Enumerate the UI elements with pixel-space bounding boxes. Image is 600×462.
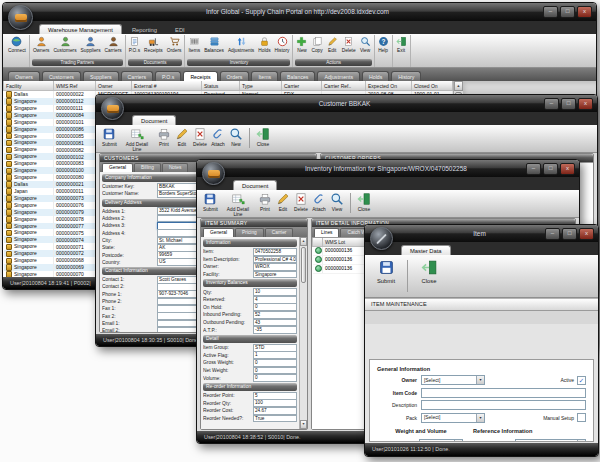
column-header-owner[interactable]: Owner	[96, 81, 132, 91]
tab-document[interactable]: Document	[233, 180, 277, 190]
close-button[interactable]: x	[577, 6, 592, 18]
column-header-type[interactable]: Type	[240, 81, 282, 91]
submit-button[interactable]: Submit	[369, 257, 403, 287]
scroll-track[interactable]	[300, 246, 307, 420]
pack-select[interactable]: [Select] ▾	[421, 413, 485, 423]
tab-document[interactable]: Document	[132, 115, 176, 125]
balances-button[interactable]: Balances	[202, 35, 226, 54]
tab-holds[interactable]: Holds	[362, 71, 389, 81]
receipts-button[interactable]: Receipts	[142, 35, 165, 54]
holds-button[interactable]: Holds	[256, 35, 272, 54]
delete-button[interactable]: Delete	[340, 35, 358, 54]
close-button[interactable]: Close	[412, 257, 446, 287]
tab-master-data[interactable]: Master Data	[401, 245, 451, 255]
owners-button[interactable]: Owners	[31, 35, 52, 54]
field-input-facility[interactable]: Singapore	[253, 271, 297, 279]
close-button[interactable]: Close	[254, 126, 272, 148]
add-detail-line-button[interactable]: Add Detail Line	[119, 126, 155, 153]
field-input-a-t-p[interactable]: -35	[253, 326, 297, 334]
item-summary-tab-general[interactable]: General	[203, 228, 234, 237]
column-header-carrier[interactable]: Carrier	[282, 81, 322, 91]
tab-items[interactable]: Items	[251, 71, 278, 81]
item-summary-scrollbar[interactable]: ▴▾	[299, 237, 307, 429]
item-summary-tab-pricing[interactable]: Pricing	[235, 228, 264, 237]
item-code-field[interactable]	[421, 388, 586, 398]
tab-owners[interactable]: Owners	[8, 71, 40, 81]
history-button[interactable]: History	[273, 35, 292, 54]
customers-tab-general[interactable]: General	[102, 163, 133, 172]
column-header-expected-on[interactable]: Expected On	[366, 81, 412, 91]
edit-button[interactable]: Edit	[274, 191, 292, 213]
column-header-status[interactable]: Status	[202, 81, 240, 91]
item-summary-tab-carrier[interactable]: Carrier	[265, 228, 294, 237]
maximize-button[interactable]: □	[561, 98, 576, 110]
customers-tab-notes[interactable]: Notes	[162, 163, 189, 172]
minimize-button[interactable]: –	[526, 163, 541, 175]
minimize-button[interactable]: –	[543, 6, 558, 18]
maximize-button[interactable]: □	[560, 6, 575, 18]
column-header-facility[interactable]: Facility	[4, 81, 54, 91]
item-detail-tab-lines[interactable]: Lines	[314, 228, 339, 237]
help-button[interactable]: ?Help	[376, 35, 391, 54]
manual-setup-checkbox[interactable]	[577, 413, 586, 422]
add-detail-line-button[interactable]: Add Detail Line	[220, 191, 256, 218]
orders-button[interactable]: Orders	[165, 35, 184, 54]
close-button[interactable]: Close	[355, 191, 373, 213]
carriers-button[interactable]: Carriers	[103, 35, 124, 54]
exit-button[interactable]: Exit	[394, 35, 409, 54]
submit-button[interactable]: Submit	[201, 191, 220, 213]
p-o-s-button[interactable]: P.O.s	[127, 35, 142, 54]
minimize-button[interactable]: –	[545, 228, 560, 240]
minimize-button[interactable]: –	[544, 98, 559, 110]
tab-orders[interactable]: Orders	[220, 71, 250, 81]
field-input-reorder-needed[interactable]: True	[253, 415, 297, 423]
active-checkbox[interactable]: ✓	[577, 376, 586, 385]
view-button[interactable]: View	[328, 191, 346, 213]
scroll-up-arrow[interactable]: ▴	[300, 237, 307, 246]
tab-receipts[interactable]: Receipts	[183, 71, 217, 81]
customers-button[interactable]: Customers	[51, 35, 78, 54]
volume-field[interactable]: ▾	[419, 439, 463, 443]
attach-button[interactable]: Attach	[209, 126, 227, 148]
ribbon-tab-warehouse-management[interactable]: Warehouse Management	[39, 24, 122, 34]
customers-tab-billing[interactable]: Billing	[134, 163, 161, 172]
copy-button[interactable]: Copy	[309, 35, 324, 54]
ribbon-tab-reporting[interactable]: Reporting	[124, 25, 165, 34]
maximize-button[interactable]: □	[543, 163, 558, 175]
delete-button[interactable]: Delete	[191, 126, 209, 148]
column-header-carrier-ref[interactable]: Carrier Ref..	[322, 81, 366, 91]
column-header-wms-ref[interactable]: WMS Ref	[54, 81, 96, 91]
print-button[interactable]: Print	[155, 126, 173, 148]
suppliers-button[interactable]: Suppliers	[79, 35, 103, 54]
column-header-external[interactable]: External #	[132, 81, 202, 91]
close-button[interactable]: x	[560, 163, 575, 175]
view-button[interactable]: View	[358, 35, 373, 54]
attach-button[interactable]: Attach	[310, 191, 328, 213]
tab-customers[interactable]: Customers	[42, 71, 81, 81]
edit-button[interactable]: Edit	[325, 35, 340, 54]
adjustments-button[interactable]: Adjustments	[226, 35, 256, 54]
delete-button[interactable]: Delete	[292, 191, 310, 213]
tab-balances[interactable]: Balances	[280, 71, 315, 81]
new-button[interactable]: New	[227, 126, 245, 148]
tab-p-o-s[interactable]: P.O.s	[155, 71, 181, 81]
tab-carriers[interactable]: Carriers	[121, 71, 153, 81]
scroll-thumb[interactable]	[301, 247, 306, 283]
tab-adjustments[interactable]: Adjustments	[317, 71, 360, 81]
item-type-select[interactable]: [Select]▾	[515, 439, 586, 443]
items-button[interactable]: Items	[186, 35, 202, 54]
column-header-closed-on[interactable]: Closed On	[412, 81, 453, 91]
scroll-down-arrow[interactable]: ▾	[300, 420, 307, 429]
scroll-up-arrow[interactable]: ▴	[454, 81, 463, 91]
tab-suppliers[interactable]: Suppliers	[83, 71, 119, 81]
tab-history[interactable]: History	[391, 71, 421, 81]
close-button[interactable]: x	[579, 228, 594, 240]
ribbon-tab-edi[interactable]: EDI	[167, 25, 193, 34]
maximize-button[interactable]: □	[562, 228, 577, 240]
print-button[interactable]: Print	[256, 191, 274, 213]
connect-button[interactable]: Connect	[6, 35, 28, 54]
new-button[interactable]: New	[294, 35, 309, 54]
submit-button[interactable]: Submit	[100, 126, 119, 148]
owner-select[interactable]: [Select] ▾	[421, 375, 485, 385]
close-button[interactable]: x	[578, 98, 593, 110]
